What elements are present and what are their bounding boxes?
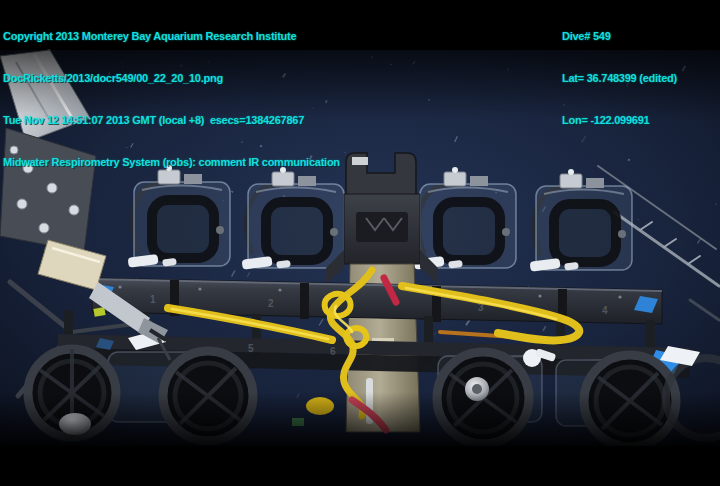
bottom-fade (0, 392, 720, 452)
annotation-text: Midwater Respirometry System (robs): com… (3, 155, 340, 169)
chamber-number-label: 5 (248, 343, 254, 354)
timestamp-text: Tue Nov 12 14:51:07 2013 GMT (local +8) … (3, 113, 340, 127)
dive-number-text: Dive# 549 (562, 29, 677, 43)
overlay-bottom-telemetry: Depth= 252.09 m Temp= 8.891 C Sal= 34.05… (4, 464, 417, 486)
overlay-top-left: Copyright 2013 Monterey Bay Aquarium Res… (3, 1, 340, 197)
chamber-number-label: 1 (150, 294, 156, 305)
tower-label-sticker (352, 157, 368, 165)
chamber-number-label: 6 (330, 346, 336, 357)
chamber-number-label: 2 (268, 298, 274, 309)
longitude-text: Lon= -122.099691 (562, 113, 677, 127)
copyright-text: Copyright 2013 Monterey Bay Aquarium Res… (3, 29, 340, 43)
file-path-text: DocRicketts/2013/docr549/00_22_20_10.png (3, 71, 340, 85)
rov-video-frame: 1234 5678 (0, 0, 720, 486)
latitude-text: Lat= 36.748399 (edited) (562, 71, 677, 85)
chamber-number-label: 4 (602, 305, 608, 316)
overlay-top-right: Dive# 549 Lat= 36.748399 (edited) Lon= -… (562, 1, 677, 155)
